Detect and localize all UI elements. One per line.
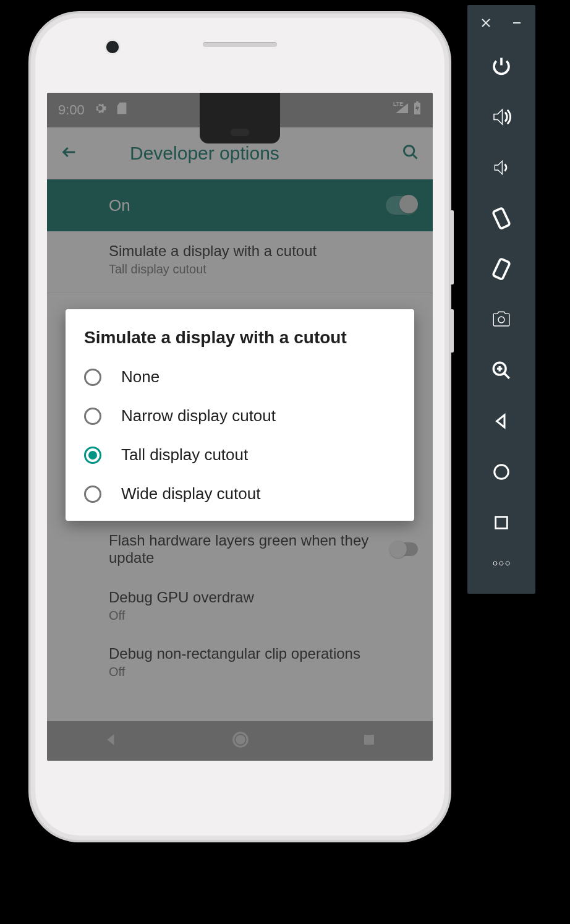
close-icon[interactable] (481, 17, 491, 31)
cutout-options-dialog: Simulate a display with a cutout None Na… (66, 309, 414, 521)
emulator-toolbar (467, 5, 535, 594)
svg-point-4 (495, 465, 509, 479)
volume-up-button[interactable] (467, 92, 535, 142)
more-button[interactable] (467, 548, 535, 579)
radio-icon (84, 486, 101, 503)
radio-icon (84, 408, 101, 425)
rotate-left-button[interactable] (467, 193, 535, 244)
dialog-option-label: None (121, 367, 160, 387)
svg-rect-0 (493, 208, 510, 229)
device-frame: 9:00 LTE Developer options (30, 12, 450, 841)
device-speaker (203, 42, 277, 47)
dialog-title: Simulate a display with a cutout (66, 328, 414, 357)
dialog-option-none[interactable]: None (66, 357, 414, 396)
home-button[interactable] (467, 447, 535, 497)
svg-point-6 (493, 562, 497, 565)
device-camera (106, 41, 119, 53)
dialog-option-label: Wide display cutout (121, 484, 260, 503)
rotate-right-button[interactable] (467, 244, 535, 294)
dialog-option-tall[interactable]: Tall display cutout (66, 435, 414, 474)
minimize-icon[interactable] (512, 17, 522, 31)
back-button[interactable] (467, 396, 535, 447)
radio-icon-selected (84, 447, 101, 464)
dialog-option-label: Tall display cutout (121, 445, 248, 464)
radio-icon (84, 369, 101, 386)
zoom-button[interactable] (467, 345, 535, 396)
svg-point-2 (498, 317, 504, 323)
dialog-option-wide[interactable]: Wide display cutout (66, 474, 414, 513)
dialog-option-narrow[interactable]: Narrow display cutout (66, 396, 414, 435)
svg-point-8 (506, 562, 509, 565)
power-button[interactable] (467, 41, 535, 92)
overview-button[interactable] (467, 497, 535, 548)
dialog-option-label: Narrow display cutout (121, 406, 276, 426)
screenshot-button[interactable] (467, 294, 535, 345)
svg-rect-1 (493, 259, 510, 280)
svg-point-7 (500, 562, 503, 565)
device-screen: 9:00 LTE Developer options (47, 93, 433, 761)
svg-rect-5 (496, 517, 508, 529)
volume-down-button[interactable] (467, 142, 535, 193)
